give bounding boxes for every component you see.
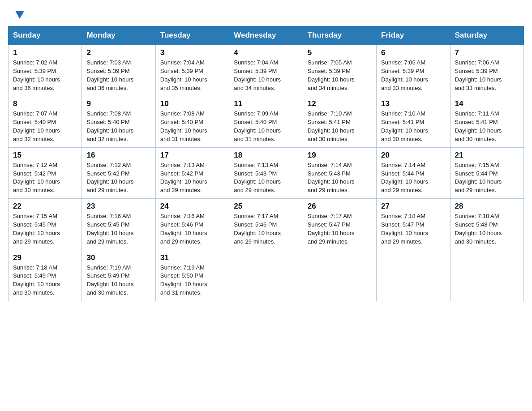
calendar-cell: 15Sunrise: 7:12 AMSunset: 5:42 PMDayligh… [9,147,82,198]
calendar-cell: 27Sunrise: 7:18 AMSunset: 5:47 PMDayligh… [377,199,450,250]
calendar-cell [229,250,303,301]
calendar-cell: 3Sunrise: 7:04 AMSunset: 5:39 PMDaylight… [155,45,229,96]
calendar-cell: 5Sunrise: 7:05 AMSunset: 5:39 PMDaylight… [303,45,376,96]
day-info: Sunrise: 7:04 AMSunset: 5:39 PMDaylight:… [160,59,225,92]
day-info: Sunrise: 7:18 AMSunset: 5:48 PMDaylight:… [455,212,520,246]
day-number: 17 [160,151,225,160]
day-info: Sunrise: 7:07 AMSunset: 5:40 PMDaylight:… [13,110,78,143]
day-number: 8 [13,99,78,108]
calendar-cell: 16Sunrise: 7:12 AMSunset: 5:42 PMDayligh… [82,147,155,198]
day-info: Sunrise: 7:02 AMSunset: 5:39 PMDaylight:… [13,59,78,92]
day-info: Sunrise: 7:12 AMSunset: 5:42 PMDaylight:… [86,161,151,195]
day-number: 26 [308,202,373,211]
day-info: Sunrise: 7:19 AMSunset: 5:50 PMDaylight:… [160,264,225,297]
weekday-header-monday: Monday [82,26,155,45]
day-info: Sunrise: 7:06 AMSunset: 5:39 PMDaylight:… [455,59,520,92]
day-info: Sunrise: 7:16 AMSunset: 5:46 PMDaylight:… [160,212,225,246]
calendar-cell: 21Sunrise: 7:15 AMSunset: 5:44 PMDayligh… [450,147,523,198]
day-number: 1 [13,48,78,57]
day-info: Sunrise: 7:10 AMSunset: 5:41 PMDaylight:… [381,110,446,143]
calendar-cell: 26Sunrise: 7:17 AMSunset: 5:47 PMDayligh… [303,199,376,250]
calendar-cell: 18Sunrise: 7:13 AMSunset: 5:43 PMDayligh… [229,147,303,198]
calendar-cell: 17Sunrise: 7:13 AMSunset: 5:42 PMDayligh… [155,147,229,198]
calendar-week-row: 22Sunrise: 7:15 AMSunset: 5:45 PMDayligh… [9,199,524,250]
day-number: 24 [160,202,225,211]
day-number: 18 [234,151,299,160]
weekday-header-saturday: Saturday [450,26,523,45]
calendar-cell: 31Sunrise: 7:19 AMSunset: 5:50 PMDayligh… [155,250,229,301]
weekday-header-row: SundayMondayTuesdayWednesdayThursdayFrid… [9,26,524,45]
day-number: 7 [455,48,520,57]
day-number: 23 [86,202,151,211]
calendar-cell: 19Sunrise: 7:14 AMSunset: 5:43 PMDayligh… [303,147,376,198]
day-info: Sunrise: 7:10 AMSunset: 5:41 PMDaylight:… [308,110,373,143]
day-info: Sunrise: 7:11 AMSunset: 5:41 PMDaylight:… [455,110,520,143]
day-number: 2 [86,48,151,57]
day-number: 9 [86,99,151,108]
calendar-cell [303,250,376,301]
day-info: Sunrise: 7:19 AMSunset: 5:49 PMDaylight:… [86,264,151,297]
day-info: Sunrise: 7:17 AMSunset: 5:47 PMDaylight:… [308,212,373,246]
day-info: Sunrise: 7:17 AMSunset: 5:46 PMDaylight:… [234,212,299,246]
day-info: Sunrise: 7:12 AMSunset: 5:42 PMDaylight:… [13,161,78,195]
day-info: Sunrise: 7:08 AMSunset: 5:40 PMDaylight:… [160,110,225,143]
calendar-cell: 13Sunrise: 7:10 AMSunset: 5:41 PMDayligh… [377,96,450,147]
day-number: 5 [308,48,373,57]
day-info: Sunrise: 7:14 AMSunset: 5:43 PMDaylight:… [308,161,373,195]
day-number: 3 [160,48,225,57]
day-number: 20 [381,151,446,160]
day-info: Sunrise: 7:08 AMSunset: 5:40 PMDaylight:… [86,110,151,143]
calendar-cell: 4Sunrise: 7:04 AMSunset: 5:39 PMDaylight… [229,45,303,96]
day-number: 6 [381,48,446,57]
calendar-cell: 11Sunrise: 7:09 AMSunset: 5:40 PMDayligh… [229,96,303,147]
day-info: Sunrise: 7:18 AMSunset: 5:49 PMDaylight:… [13,264,78,297]
day-number: 14 [455,99,520,108]
logo-text [14,11,25,19]
day-number: 27 [381,202,446,211]
calendar-week-row: 15Sunrise: 7:12 AMSunset: 5:42 PMDayligh… [9,147,524,198]
day-number: 22 [13,202,78,211]
day-number: 12 [308,99,373,108]
day-number: 11 [234,99,299,108]
calendar-cell: 7Sunrise: 7:06 AMSunset: 5:39 PMDaylight… [450,45,523,96]
day-number: 15 [13,151,78,160]
day-info: Sunrise: 7:04 AMSunset: 5:39 PMDaylight:… [234,59,299,92]
calendar-cell: 8Sunrise: 7:07 AMSunset: 5:40 PMDaylight… [9,96,82,147]
calendar-week-row: 8Sunrise: 7:07 AMSunset: 5:40 PMDaylight… [9,96,524,147]
day-info: Sunrise: 7:03 AMSunset: 5:39 PMDaylight:… [86,59,151,92]
day-number: 25 [234,202,299,211]
logo [14,11,25,19]
calendar-cell: 14Sunrise: 7:11 AMSunset: 5:41 PMDayligh… [450,96,523,147]
calendar-cell: 23Sunrise: 7:16 AMSunset: 5:45 PMDayligh… [82,199,155,250]
calendar-cell [377,250,450,301]
day-number: 28 [455,202,520,211]
day-info: Sunrise: 7:18 AMSunset: 5:47 PMDaylight:… [381,212,446,246]
calendar-cell: 24Sunrise: 7:16 AMSunset: 5:46 PMDayligh… [155,199,229,250]
calendar-cell: 30Sunrise: 7:19 AMSunset: 5:49 PMDayligh… [82,250,155,301]
calendar-wrapper: SundayMondayTuesdayWednesdayThursdayFrid… [0,26,532,309]
weekday-header-sunday: Sunday [9,26,82,45]
calendar-cell: 29Sunrise: 7:18 AMSunset: 5:49 PMDayligh… [9,250,82,301]
page-header [0,0,532,26]
day-number: 19 [308,151,373,160]
calendar-cell: 20Sunrise: 7:14 AMSunset: 5:44 PMDayligh… [377,147,450,198]
day-number: 16 [86,151,151,160]
day-number: 4 [234,48,299,57]
logo-triangle-icon [15,11,24,19]
day-info: Sunrise: 7:05 AMSunset: 5:39 PMDaylight:… [308,59,373,92]
calendar-cell [450,250,523,301]
calendar-cell: 2Sunrise: 7:03 AMSunset: 5:39 PMDaylight… [82,45,155,96]
day-number: 31 [160,253,225,262]
weekday-header-tuesday: Tuesday [155,26,229,45]
day-info: Sunrise: 7:14 AMSunset: 5:44 PMDaylight:… [381,161,446,195]
day-info: Sunrise: 7:13 AMSunset: 5:43 PMDaylight:… [234,161,299,195]
calendar-cell: 9Sunrise: 7:08 AMSunset: 5:40 PMDaylight… [82,96,155,147]
calendar-week-row: 29Sunrise: 7:18 AMSunset: 5:49 PMDayligh… [9,250,524,301]
day-info: Sunrise: 7:09 AMSunset: 5:40 PMDaylight:… [234,110,299,143]
day-info: Sunrise: 7:13 AMSunset: 5:42 PMDaylight:… [160,161,225,195]
weekday-header-friday: Friday [377,26,450,45]
day-info: Sunrise: 7:15 AMSunset: 5:45 PMDaylight:… [13,212,78,246]
day-info: Sunrise: 7:16 AMSunset: 5:45 PMDaylight:… [86,212,151,246]
calendar-cell: 25Sunrise: 7:17 AMSunset: 5:46 PMDayligh… [229,199,303,250]
calendar-cell: 12Sunrise: 7:10 AMSunset: 5:41 PMDayligh… [303,96,376,147]
